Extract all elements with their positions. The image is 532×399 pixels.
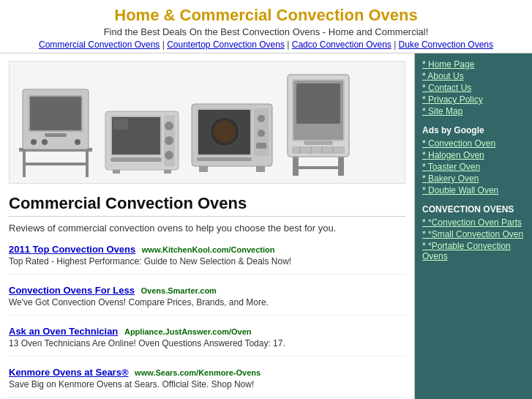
ad-url-1: www.KitchenKool.com/Convection — [142, 245, 275, 254]
nav-commercial[interactable]: Commercial Convection Ovens — [39, 40, 160, 50]
section-title: Commercial Convection Ovens — [9, 194, 405, 217]
svg-rect-34 — [293, 155, 299, 176]
convection-ovens-header: CONVECTION OVENS — [422, 204, 525, 215]
nav-countertop[interactable]: Countertop Convection Ovens — [167, 40, 285, 50]
svg-rect-33 — [256, 166, 265, 172]
ad-link-3[interactable]: Ask an Oven Technician — [9, 326, 118, 337]
sidebar-item-portable-convection-ovens[interactable]: *Portable Convection Ovens — [422, 241, 525, 261]
ad-desc-4: Save Big on Kenmore Ovens at Sears. Offi… — [9, 379, 405, 389]
ad-desc-3: 13 Oven Technicians Are Online! Oven Que… — [9, 338, 405, 348]
section-intro: Reviews of commercial convection ovens t… — [9, 223, 405, 234]
ad-block-3: Ask an Oven Technician Appliance.JustAns… — [9, 326, 405, 357]
svg-rect-14 — [113, 119, 128, 130]
oven-images-container — [9, 61, 405, 184]
sidebar-item-home-page[interactable]: Home Page — [422, 59, 525, 70]
sidebar-item-site-map[interactable]: Site Map — [422, 106, 525, 116]
sidebar-ad-bakery-oven[interactable]: Bakery Oven — [422, 174, 525, 184]
svg-rect-36 — [293, 166, 344, 169]
sidebar-ad-double-wall-oven[interactable]: Double Wall Oven — [422, 185, 525, 195]
ad-desc-2: We've Got Convection Ovens! Compare Pric… — [9, 297, 405, 307]
oven-image-1 — [15, 75, 96, 177]
ad-desc-1: Top Rated - Highest Performance: Guide t… — [9, 256, 405, 266]
sidebar-ad-convection-oven[interactable]: Convection Oven — [422, 138, 525, 149]
svg-rect-32 — [199, 166, 208, 172]
oven-image-2 — [102, 104, 182, 177]
svg-point-29 — [258, 130, 265, 137]
svg-rect-41 — [304, 141, 333, 145]
sidebar-item-privacy-policy[interactable]: Privacy Policy — [422, 94, 525, 105]
ad-url-2: Ovens.Smarter.com — [141, 286, 217, 295]
svg-rect-35 — [338, 155, 344, 176]
svg-rect-40 — [296, 83, 340, 124]
sidebar-item-small-convection-oven[interactable]: *Small Convection Oven — [422, 229, 525, 239]
ad-url-4: www.Sears.com/Kenmore-Ovens — [135, 368, 261, 377]
svg-point-28 — [258, 115, 265, 122]
sidebar-item-contact-us[interactable]: Contact Us — [422, 83, 525, 93]
page-header: Home & Commercial Convection Ovens Find … — [0, 0, 532, 53]
ads-by-google-label: Ads by Google — [422, 125, 525, 135]
page-title: Home & Commercial Convection Ovens — [3, 6, 529, 25]
svg-rect-19 — [110, 157, 162, 162]
svg-rect-20 — [113, 170, 120, 174]
svg-rect-31 — [197, 157, 252, 161]
nav-duke[interactable]: Duke Convection Ovens — [399, 40, 493, 50]
sidebar: Home Page About Us Contact Us Privacy Po… — [415, 53, 532, 399]
ad-link-2[interactable]: Convection Ovens For Less — [9, 285, 135, 296]
svg-point-17 — [165, 136, 173, 145]
svg-point-8 — [31, 139, 37, 145]
ad-block-4: Kenmore Ovens at Sears® www.Sears.com/Ke… — [9, 367, 405, 398]
svg-point-26 — [214, 121, 236, 143]
svg-rect-7 — [45, 133, 67, 137]
svg-rect-3 — [23, 163, 89, 165]
sidebar-item-about-us[interactable]: About Us — [422, 71, 525, 81]
nav-cadco[interactable]: Cadco Convection Ovens — [292, 40, 391, 50]
page-layout: Commercial Convection Ovens Reviews of c… — [0, 53, 532, 399]
main-content: Commercial Convection Ovens Reviews of c… — [0, 53, 415, 399]
header-nav: Commercial Convection Ovens | Countertop… — [3, 40, 529, 50]
svg-rect-6 — [30, 97, 81, 130]
svg-point-18 — [165, 151, 173, 160]
sidebar-ad-halogen-oven[interactable]: Halogen Oven — [422, 150, 525, 160]
svg-rect-30 — [256, 143, 266, 149]
sidebar-item-convection-oven-parts[interactable]: *Convection Oven Parts — [422, 217, 525, 228]
svg-point-16 — [165, 122, 173, 130]
ad-link-1[interactable]: 2011 Top Convection Ovens — [9, 244, 135, 255]
sidebar-convection-ovens: CONVECTION OVENS *Convection Oven Parts … — [422, 204, 525, 261]
sidebar-ads: Ads by Google Convection Oven Halogen Ov… — [422, 125, 525, 195]
oven-image-3 — [188, 97, 276, 177]
ad-link-4[interactable]: Kenmore Ovens at Sears® — [9, 367, 128, 378]
svg-rect-21 — [164, 170, 171, 174]
page-subtitle: Find the Best Deals On the Best Convecti… — [3, 26, 529, 37]
oven-image-4 — [282, 67, 355, 177]
ad-block-2: Convection Ovens For Less Ovens.Smarter.… — [9, 285, 405, 316]
ad-url-3: Appliance.JustAnswer.com/Oven — [124, 327, 252, 336]
ad-block-1: 2011 Top Convection Ovens www.KitchenKoo… — [9, 244, 405, 275]
sidebar-ad-toaster-oven[interactable]: Toaster Oven — [422, 162, 525, 172]
sidebar-nav: Home Page About Us Contact Us Privacy Po… — [422, 59, 525, 116]
svg-point-10 — [75, 139, 80, 145]
svg-point-9 — [42, 139, 48, 145]
